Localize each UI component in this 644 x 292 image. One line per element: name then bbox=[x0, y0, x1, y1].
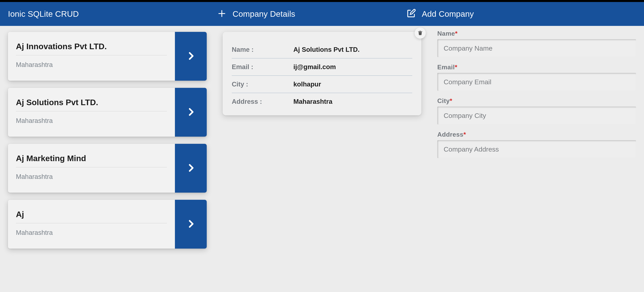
detail-label: Name : bbox=[232, 46, 294, 53]
company-name: Aj Solutions Pvt LTD. bbox=[16, 98, 167, 111]
header-title-right: Add Company bbox=[422, 9, 474, 19]
company-state: Maharashtra bbox=[16, 167, 167, 181]
detail-value: ij@gmail.com bbox=[294, 63, 336, 71]
company-name: Aj bbox=[16, 210, 167, 223]
chevron-right-icon bbox=[186, 51, 196, 61]
company-open-button[interactable] bbox=[175, 32, 207, 81]
add-company-form: Name* Email* City* Address* bbox=[429, 26, 644, 292]
trash-icon bbox=[418, 30, 423, 36]
company-card[interactable]: Aj Marketing Mind Maharashtra bbox=[8, 144, 207, 193]
detail-row-name: Name : Aj Solutions Pvt LTD. bbox=[232, 41, 412, 58]
detail-row-address: Address : Maharashtra bbox=[232, 93, 412, 106]
company-name: Aj Marketing Mind bbox=[16, 154, 167, 167]
chevron-right-icon bbox=[186, 219, 196, 229]
detail-row-email: Email : ij@gmail.com bbox=[232, 58, 412, 76]
city-label: City* bbox=[437, 97, 636, 105]
company-card[interactable]: Aj Maharashtra bbox=[8, 200, 207, 249]
company-state: Maharashtra bbox=[16, 55, 167, 69]
detail-label: Email : bbox=[232, 63, 294, 71]
company-name: Aj Innovations Pvt LTD. bbox=[16, 42, 167, 55]
city-input[interactable] bbox=[437, 107, 636, 124]
detail-value: kolhapur bbox=[294, 80, 321, 88]
email-label: Email* bbox=[437, 64, 636, 71]
address-label: Address* bbox=[437, 131, 636, 138]
detail-label: City : bbox=[232, 80, 294, 88]
company-open-button[interactable] bbox=[175, 200, 207, 249]
edit-icon[interactable] bbox=[406, 9, 416, 19]
company-state: Maharashtra bbox=[16, 111, 167, 124]
add-icon[interactable] bbox=[217, 9, 227, 19]
company-card[interactable]: Aj Innovations Pvt LTD. Maharashtra bbox=[8, 32, 207, 81]
name-label: Name* bbox=[437, 30, 636, 37]
header-title-left: Ionic SQLite CRUD bbox=[8, 9, 79, 19]
company-open-button[interactable] bbox=[175, 88, 207, 137]
name-input[interactable] bbox=[437, 39, 636, 57]
company-open-button[interactable] bbox=[175, 144, 207, 193]
app-header: Ionic SQLite CRUD Company Details Add Co… bbox=[0, 2, 644, 26]
header-title-mid: Company Details bbox=[232, 9, 295, 19]
delete-button[interactable] bbox=[414, 28, 426, 39]
company-state: Maharashtra bbox=[16, 223, 167, 236]
chevron-right-icon bbox=[186, 163, 196, 173]
detail-label: Address : bbox=[232, 98, 294, 105]
chevron-right-icon bbox=[186, 107, 196, 117]
email-input[interactable] bbox=[437, 73, 636, 91]
address-input[interactable] bbox=[437, 140, 636, 158]
detail-value: Aj Solutions Pvt LTD. bbox=[294, 46, 360, 53]
detail-row-city: City : kolhapur bbox=[232, 76, 412, 93]
company-details-card: Name : Aj Solutions Pvt LTD. Email : ij@… bbox=[222, 32, 422, 115]
status-bar-strip bbox=[0, 0, 644, 2]
company-list: Aj Innovations Pvt LTD. Maharashtra Aj S… bbox=[0, 26, 215, 292]
detail-value: Maharashtra bbox=[294, 98, 332, 105]
company-card[interactable]: Aj Solutions Pvt LTD. Maharashtra bbox=[8, 88, 207, 137]
company-details-panel: Name : Aj Solutions Pvt LTD. Email : ij@… bbox=[215, 26, 429, 292]
